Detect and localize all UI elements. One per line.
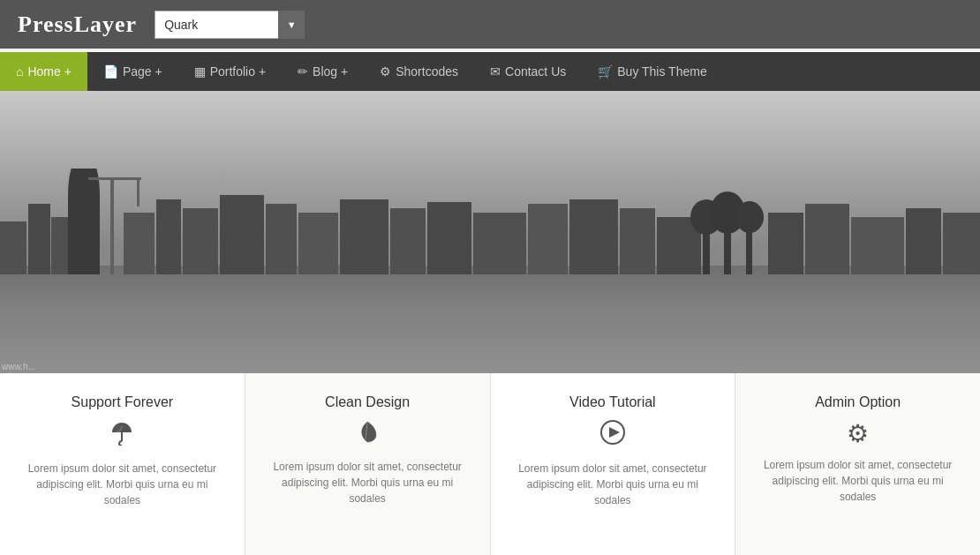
svg-rect-11 — [220, 195, 264, 274]
home-icon: ⌂ — [16, 64, 23, 79]
svg-rect-32 — [943, 213, 980, 274]
nav-item-page[interactable]: 📄 Page + — [87, 52, 178, 91]
feature-video-title: Video Tutorial — [509, 394, 718, 410]
svg-rect-18 — [528, 204, 568, 274]
nav-label-blog: Blog + — [313, 64, 348, 79]
feature-video: Video Tutorial Lorem ipsum dolor sit ame… — [491, 373, 736, 555]
svg-rect-7 — [137, 180, 139, 206]
svg-rect-13 — [298, 213, 338, 274]
nav-item-buy[interactable]: 🛒 Buy This Theme — [582, 52, 722, 91]
hero-buildings — [0, 169, 980, 274]
svg-marker-36 — [609, 427, 620, 438]
svg-rect-20 — [620, 208, 655, 274]
feature-support: Support Forever Lorem ipsum dolor sit am… — [0, 373, 245, 555]
svg-rect-12 — [266, 204, 297, 274]
nav-item-blog[interactable]: ✏ Blog + — [282, 52, 364, 91]
svg-rect-15 — [390, 208, 426, 274]
svg-rect-9 — [156, 199, 181, 274]
top-bar: PressLayer Quark Flatty Default — [0, 0, 980, 49]
buy-icon: 🛒 — [598, 64, 613, 79]
nav-label-home: Home + — [27, 64, 71, 79]
feature-admin-text: Lorem ipsum dolor sit amet, consectetur … — [753, 457, 962, 505]
svg-point-27 — [735, 201, 764, 233]
page-icon: 📄 — [103, 64, 118, 79]
svg-rect-28 — [768, 213, 803, 274]
gear-icon: ⚙ — [753, 419, 962, 448]
feature-support-title: Support Forever — [18, 394, 227, 410]
nav-label-page: Page + — [123, 64, 162, 79]
nav-label-contact: Contact Us — [505, 64, 566, 79]
feature-admin-title: Admin Option — [753, 394, 962, 410]
svg-rect-14 — [340, 199, 388, 274]
nav-item-contact[interactable]: ✉ Contact Us — [474, 52, 582, 91]
svg-rect-2 — [51, 217, 69, 274]
svg-rect-6 — [88, 177, 141, 180]
svg-rect-19 — [569, 199, 618, 274]
play-icon — [509, 419, 718, 452]
svg-rect-8 — [124, 213, 155, 274]
umbrella-icon — [18, 419, 227, 452]
svg-rect-29 — [805, 204, 849, 274]
url-bar: www.h... — [2, 362, 35, 371]
contact-icon: ✉ — [490, 64, 501, 79]
svg-rect-30 — [851, 217, 904, 274]
theme-select-wrapper[interactable]: Quark Flatty Default — [155, 11, 305, 39]
svg-rect-31 — [906, 208, 941, 274]
nav-label-portfolio: Portfolio + — [210, 64, 266, 79]
leaf-icon — [263, 419, 472, 450]
feature-support-text: Lorem ipsum dolor sit amet, consectetur … — [18, 461, 227, 508]
feature-video-text: Lorem ipsum dolor sit amet, consectetur … — [509, 461, 718, 508]
feature-design: Clean Design Lorem ipsum dolor sit amet,… — [245, 373, 491, 555]
shortcodes-icon: ⚙ — [380, 64, 391, 79]
hero-section: www.h... — [0, 91, 980, 373]
main-navigation: ⌂ Home + 📄 Page + ▦ Portfolio + ✏ Blog +… — [0, 52, 980, 91]
svg-rect-5 — [110, 177, 114, 274]
nav-label-shortcodes: Shortcodes — [396, 64, 458, 79]
feature-admin: Admin Option ⚙ Lorem ipsum dolor sit ame… — [735, 373, 980, 555]
svg-rect-17 — [473, 213, 526, 274]
theme-select[interactable]: Quark Flatty Default — [155, 11, 305, 39]
features-section: Support Forever Lorem ipsum dolor sit am… — [0, 373, 980, 555]
nav-item-portfolio[interactable]: ▦ Portfolio + — [178, 52, 282, 91]
portfolio-icon: ▦ — [194, 64, 206, 79]
feature-design-title: Clean Design — [263, 394, 472, 410]
nav-item-home[interactable]: ⌂ Home + — [0, 52, 87, 91]
site-logo: PressLayer — [18, 11, 137, 38]
feature-design-text: Lorem ipsum dolor sit amet, consectetur … — [263, 459, 472, 506]
hero-water — [0, 266, 980, 373]
svg-rect-10 — [183, 208, 218, 274]
svg-rect-4 — [68, 195, 100, 274]
blog-icon: ✏ — [298, 64, 308, 79]
nav-item-shortcodes[interactable]: ⚙ Shortcodes — [364, 52, 474, 91]
svg-rect-1 — [28, 204, 50, 274]
nav-label-buy: Buy This Theme — [617, 64, 706, 79]
svg-rect-16 — [427, 202, 471, 274]
svg-rect-0 — [0, 221, 26, 274]
